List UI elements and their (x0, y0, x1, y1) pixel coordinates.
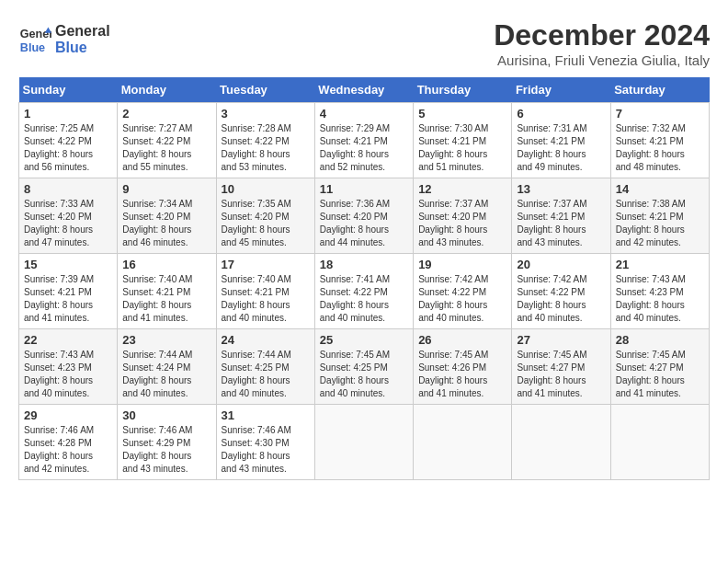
calendar-day-cell: 30Sunrise: 7:46 AM Sunset: 4:29 PM Dayli… (118, 405, 216, 480)
day-number: 9 (122, 182, 210, 196)
day-info: Sunrise: 7:36 AM Sunset: 4:20 PM Dayligh… (320, 198, 408, 249)
calendar-day-cell: 28Sunrise: 7:45 AM Sunset: 4:27 PM Dayli… (610, 329, 709, 405)
day-number: 6 (517, 107, 605, 121)
calendar-day-cell: 4Sunrise: 7:29 AM Sunset: 4:21 PM Daylig… (314, 103, 413, 178)
day-info: Sunrise: 7:41 AM Sunset: 4:22 PM Dayligh… (320, 273, 408, 325)
calendar-day-cell: 6Sunrise: 7:31 AM Sunset: 4:21 PM Daylig… (512, 103, 610, 178)
calendar-day-header: Saturday (610, 77, 709, 103)
location-subtitle: Aurisina, Friuli Venezia Giulia, Italy (494, 52, 710, 68)
calendar-day-header: Friday (512, 77, 610, 103)
day-number: 3 (222, 107, 310, 121)
day-number: 20 (517, 258, 605, 271)
day-info: Sunrise: 7:43 AM Sunset: 4:23 PM Dayligh… (616, 273, 704, 325)
calendar-week-row: 22Sunrise: 7:43 AM Sunset: 4:23 PM Dayli… (19, 329, 710, 405)
day-number: 27 (517, 333, 605, 347)
day-number: 24 (222, 333, 310, 347)
page-header: General Blue General Blue December 2024 … (18, 18, 710, 68)
calendar-day-cell: 9Sunrise: 7:34 AM Sunset: 4:20 PM Daylig… (118, 178, 216, 254)
day-number: 26 (418, 333, 506, 347)
calendar-day-cell: 24Sunrise: 7:44 AM Sunset: 4:25 PM Dayli… (216, 329, 314, 405)
day-info: Sunrise: 7:34 AM Sunset: 4:20 PM Dayligh… (122, 198, 210, 249)
calendar-day-header: Thursday (414, 77, 512, 103)
day-info: Sunrise: 7:46 AM Sunset: 4:30 PM Dayligh… (222, 424, 310, 476)
calendar-day-cell: 13Sunrise: 7:37 AM Sunset: 4:21 PM Dayli… (512, 178, 610, 254)
day-number: 2 (122, 107, 210, 121)
calendar-day-cell: 10Sunrise: 7:35 AM Sunset: 4:20 PM Dayli… (216, 178, 314, 254)
day-info: Sunrise: 7:30 AM Sunset: 4:21 PM Dayligh… (418, 122, 506, 174)
calendar-day-cell: 27Sunrise: 7:45 AM Sunset: 4:27 PM Dayli… (512, 329, 610, 405)
day-info: Sunrise: 7:32 AM Sunset: 4:21 PM Dayligh… (616, 122, 704, 174)
day-info: Sunrise: 7:31 AM Sunset: 4:21 PM Dayligh… (517, 122, 605, 174)
calendar-day-cell (414, 405, 512, 480)
calendar-day-cell: 19Sunrise: 7:42 AM Sunset: 4:22 PM Dayli… (414, 254, 512, 329)
day-info: Sunrise: 7:39 AM Sunset: 4:21 PM Dayligh… (24, 273, 112, 325)
day-number: 22 (24, 333, 112, 347)
day-number: 29 (24, 408, 112, 422)
day-number: 21 (616, 258, 704, 271)
calendar-day-cell: 15Sunrise: 7:39 AM Sunset: 4:21 PM Dayli… (19, 254, 118, 329)
day-number: 11 (320, 182, 408, 196)
calendar-day-cell: 25Sunrise: 7:45 AM Sunset: 4:25 PM Dayli… (314, 329, 413, 405)
calendar-day-cell: 11Sunrise: 7:36 AM Sunset: 4:20 PM Dayli… (314, 178, 413, 254)
day-number: 7 (616, 107, 704, 121)
calendar-table: SundayMondayTuesdayWednesdayThursdayFrid… (18, 77, 710, 480)
calendar-day-cell: 7Sunrise: 7:32 AM Sunset: 4:21 PM Daylig… (610, 103, 709, 178)
day-info: Sunrise: 7:44 AM Sunset: 4:24 PM Dayligh… (122, 349, 210, 400)
calendar-week-row: 1Sunrise: 7:25 AM Sunset: 4:22 PM Daylig… (19, 103, 710, 178)
day-number: 25 (320, 333, 408, 347)
day-info: Sunrise: 7:40 AM Sunset: 4:21 PM Dayligh… (122, 273, 210, 325)
calendar-day-cell: 8Sunrise: 7:33 AM Sunset: 4:20 PM Daylig… (19, 178, 118, 254)
logo-line2: Blue (55, 40, 110, 56)
day-number: 8 (24, 182, 112, 196)
title-area: December 2024 Aurisina, Friuli Venezia G… (494, 18, 710, 68)
day-number: 16 (122, 258, 210, 271)
day-number: 30 (122, 408, 210, 422)
day-number: 28 (616, 333, 704, 347)
calendar-day-cell: 23Sunrise: 7:44 AM Sunset: 4:24 PM Dayli… (118, 329, 216, 405)
calendar-day-cell (314, 405, 413, 480)
day-info: Sunrise: 7:33 AM Sunset: 4:20 PM Dayligh… (24, 198, 112, 249)
calendar-day-cell: 1Sunrise: 7:25 AM Sunset: 4:22 PM Daylig… (19, 103, 118, 178)
calendar-day-cell: 18Sunrise: 7:41 AM Sunset: 4:22 PM Dayli… (314, 254, 413, 329)
logo-icon: General Blue (18, 23, 51, 56)
day-info: Sunrise: 7:46 AM Sunset: 4:29 PM Dayligh… (122, 424, 210, 476)
calendar-day-header: Monday (118, 77, 216, 103)
day-info: Sunrise: 7:42 AM Sunset: 4:22 PM Dayligh… (418, 273, 506, 325)
day-info: Sunrise: 7:40 AM Sunset: 4:21 PM Dayligh… (222, 273, 310, 325)
calendar-day-cell: 29Sunrise: 7:46 AM Sunset: 4:28 PM Dayli… (19, 405, 118, 480)
day-number: 1 (24, 107, 112, 121)
day-number: 18 (320, 258, 408, 271)
day-number: 31 (222, 408, 310, 422)
day-info: Sunrise: 7:37 AM Sunset: 4:20 PM Dayligh… (418, 198, 506, 249)
calendar-week-row: 8Sunrise: 7:33 AM Sunset: 4:20 PM Daylig… (19, 178, 710, 254)
calendar-day-cell: 2Sunrise: 7:27 AM Sunset: 4:22 PM Daylig… (118, 103, 216, 178)
calendar-day-cell (610, 405, 709, 480)
day-info: Sunrise: 7:28 AM Sunset: 4:22 PM Dayligh… (222, 122, 310, 174)
day-info: Sunrise: 7:42 AM Sunset: 4:22 PM Dayligh… (517, 273, 605, 325)
day-info: Sunrise: 7:43 AM Sunset: 4:23 PM Dayligh… (24, 349, 112, 400)
calendar-week-row: 15Sunrise: 7:39 AM Sunset: 4:21 PM Dayli… (19, 254, 710, 329)
day-number: 14 (616, 182, 704, 196)
calendar-day-cell: 21Sunrise: 7:43 AM Sunset: 4:23 PM Dayli… (610, 254, 709, 329)
calendar-day-cell: 26Sunrise: 7:45 AM Sunset: 4:26 PM Dayli… (414, 329, 512, 405)
svg-text:Blue: Blue (20, 41, 45, 54)
logo-line1: General (55, 23, 110, 40)
day-number: 4 (320, 107, 408, 121)
day-info: Sunrise: 7:37 AM Sunset: 4:21 PM Dayligh… (517, 198, 605, 249)
calendar-body: 1Sunrise: 7:25 AM Sunset: 4:22 PM Daylig… (19, 103, 710, 480)
day-info: Sunrise: 7:46 AM Sunset: 4:28 PM Dayligh… (24, 424, 112, 476)
logo: General Blue General Blue (18, 23, 110, 56)
day-number: 15 (24, 258, 112, 271)
day-info: Sunrise: 7:25 AM Sunset: 4:22 PM Dayligh… (24, 122, 112, 174)
day-number: 23 (122, 333, 210, 347)
calendar-day-cell: 5Sunrise: 7:30 AM Sunset: 4:21 PM Daylig… (414, 103, 512, 178)
calendar-day-header: Tuesday (216, 77, 314, 103)
day-number: 13 (517, 182, 605, 196)
calendar-day-cell: 17Sunrise: 7:40 AM Sunset: 4:21 PM Dayli… (216, 254, 314, 329)
calendar-header-row: SundayMondayTuesdayWednesdayThursdayFrid… (19, 77, 710, 103)
day-info: Sunrise: 7:45 AM Sunset: 4:26 PM Dayligh… (418, 349, 506, 400)
calendar-day-cell: 16Sunrise: 7:40 AM Sunset: 4:21 PM Dayli… (118, 254, 216, 329)
calendar-week-row: 29Sunrise: 7:46 AM Sunset: 4:28 PM Dayli… (19, 405, 710, 480)
calendar-day-cell (512, 405, 610, 480)
day-info: Sunrise: 7:29 AM Sunset: 4:21 PM Dayligh… (320, 122, 408, 174)
